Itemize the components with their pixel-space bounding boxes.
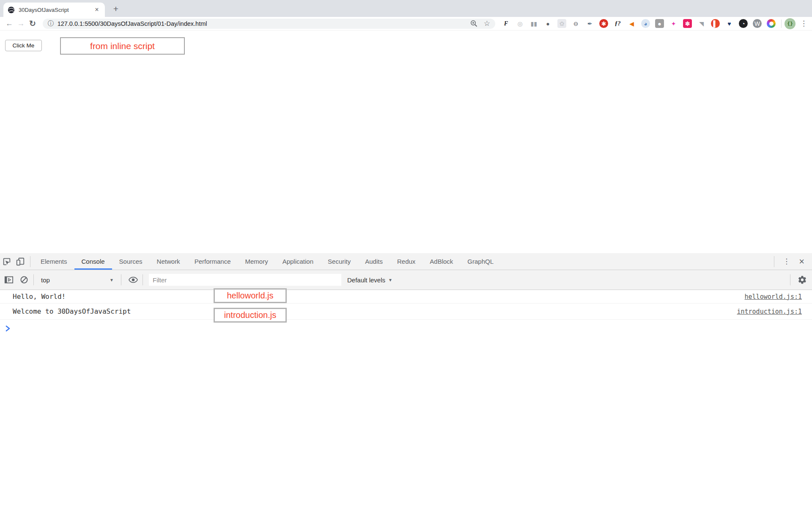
devtools-separator bbox=[774, 256, 774, 267]
inline-script-box: from inline script bbox=[60, 37, 185, 55]
new-tab-button[interactable]: + bbox=[110, 3, 122, 15]
tag-arrow-extension-icon[interactable]: ◥ bbox=[697, 19, 706, 28]
context-selector[interactable]: top ▼ bbox=[37, 276, 118, 284]
tag-arrow-extension-icon-glyph: ◥ bbox=[699, 21, 704, 27]
devtools-tab-audits[interactable]: Audits bbox=[358, 253, 390, 270]
chevron-down-icon: ▼ bbox=[110, 278, 114, 282]
click-me-button[interactable]: Click Me bbox=[5, 40, 42, 51]
devtools-close-icon[interactable]: × bbox=[796, 257, 808, 266]
dash-circle-extension-icon[interactable]: ⊖ bbox=[571, 19, 580, 28]
toolbar-separator bbox=[790, 274, 790, 285]
clock-circle-extension-icon[interactable]: ◔ bbox=[739, 19, 748, 28]
browser-menu-icon[interactable]: ⋮ bbox=[800, 19, 807, 28]
devtools-tab-graphql[interactable]: GraphQL bbox=[460, 253, 501, 270]
devtools-tab-elements[interactable]: Elements bbox=[33, 253, 74, 270]
camera-extension-icon[interactable]: ● bbox=[655, 19, 664, 28]
function-help-extension-icon-glyph: ƒ? bbox=[615, 21, 621, 27]
megaphone-extension-icon[interactable]: ◀ bbox=[627, 19, 636, 28]
column-bars-extension-icon[interactable]: ▮▮ bbox=[529, 19, 538, 28]
bookmark-circle-extension-icon[interactable]: ▌ bbox=[711, 19, 720, 28]
stop-hand-extension-icon[interactable]: ✱ bbox=[599, 19, 608, 28]
forward-icon[interactable]: → bbox=[15, 19, 27, 28]
browser-tab[interactable]: 30DaysOfJavaScript × bbox=[3, 3, 105, 17]
swirl-circle-extension-icon-glyph: ◕ bbox=[644, 21, 647, 27]
address-bar[interactable]: ⓘ 127.0.0.1:5500/30DaysOfJavaScript/01-D… bbox=[43, 19, 495, 29]
toolbar-separator bbox=[33, 274, 34, 285]
devtools-tab-console[interactable]: Console bbox=[74, 253, 112, 270]
page-content: Click Me from inline script bbox=[0, 31, 812, 253]
page-info-icon[interactable]: ⓘ bbox=[48, 20, 54, 28]
font-style-extension-icon[interactable]: F bbox=[502, 19, 510, 28]
source-link[interactable]: introduction.js:1 bbox=[737, 308, 802, 315]
color-ring-extension-icon-glyph bbox=[769, 22, 774, 26]
clock-circle-extension-icon-glyph: ◔ bbox=[741, 21, 745, 27]
devtools-tab-memory[interactable]: Memory bbox=[238, 253, 275, 270]
devtools-tab-performance[interactable]: Performance bbox=[187, 253, 238, 270]
clear-console-icon[interactable] bbox=[18, 273, 30, 286]
prompt-chevron-icon bbox=[5, 326, 10, 331]
devtools-tab-network[interactable]: Network bbox=[150, 253, 187, 270]
settings-gear-icon[interactable] bbox=[796, 273, 809, 286]
heart-search-extension-icon[interactable]: ♥ bbox=[725, 19, 734, 28]
eyedropper-extension-icon[interactable]: ✒ bbox=[585, 19, 594, 28]
eyedropper-extension-icon-glyph: ✒ bbox=[587, 21, 593, 27]
bookmark-star-icon[interactable]: ☆ bbox=[484, 20, 490, 27]
context-selected: top bbox=[41, 276, 50, 284]
devtools-tabs: ElementsConsoleSourcesNetworkPerformance… bbox=[33, 253, 501, 270]
console-sidebar-toggle-icon[interactable] bbox=[3, 273, 15, 286]
target-circle-extension-icon[interactable]: ◎ bbox=[516, 19, 524, 28]
pink-gear-extension-icon-glyph: ✽ bbox=[685, 21, 690, 27]
annotation-box: introduction.js bbox=[214, 308, 287, 323]
log-levels-dropdown[interactable]: Default levels ▼ bbox=[347, 276, 392, 284]
devtools-panel: ElementsConsoleSourcesNetworkPerformance… bbox=[0, 253, 812, 508]
dash-circle-extension-icon-glyph: ⊖ bbox=[573, 21, 579, 27]
zoom-icon[interactable] bbox=[470, 20, 477, 27]
browser-tab-strip: 30DaysOfJavaScript × + bbox=[0, 0, 812, 17]
bug-extension-icon[interactable]: ● bbox=[543, 19, 552, 28]
back-icon[interactable]: ← bbox=[3, 19, 15, 28]
console-message-text: Hello, World! bbox=[13, 293, 66, 301]
console-message-text: Welcome to 30DaysOfJavaScript bbox=[13, 307, 131, 315]
live-expression-eye-icon[interactable] bbox=[127, 273, 140, 286]
column-bars-extension-icon-glyph: ▮▮ bbox=[531, 21, 537, 27]
source-link[interactable]: helloworld.js:1 bbox=[745, 293, 802, 301]
heart-search-extension-icon-glyph: ♥ bbox=[727, 21, 731, 27]
devtools-tab-bar: ElementsConsoleSourcesNetworkPerformance… bbox=[0, 253, 812, 270]
console-prompt[interactable] bbox=[0, 320, 812, 332]
inspect-element-icon[interactable] bbox=[0, 255, 14, 268]
devtools-tab-redux[interactable]: Redux bbox=[390, 253, 422, 270]
console-messages: Hello, World! helloworld.js:1 Welcome to… bbox=[0, 290, 812, 332]
levels-selected: Default levels bbox=[347, 276, 385, 284]
devtools-tab-adblock[interactable]: AdBlock bbox=[422, 253, 460, 270]
pink-gear-extension-icon[interactable]: ✽ bbox=[683, 19, 692, 28]
profile-avatar[interactable]: {} bbox=[785, 18, 796, 29]
wave-circle-extension-icon-glyph: W bbox=[754, 21, 760, 27]
console-message-row: Hello, World! helloworld.js:1 bbox=[0, 290, 812, 304]
wave-circle-extension-icon[interactable]: W bbox=[753, 19, 762, 28]
tab-close-icon[interactable]: × bbox=[93, 6, 101, 13]
devtools-tab-application[interactable]: Application bbox=[275, 253, 321, 270]
stop-hand-extension-icon-glyph: ✱ bbox=[601, 21, 606, 27]
device-toolbar-icon[interactable] bbox=[14, 255, 27, 268]
url-text: 127.0.0.1:5500/30DaysOfJavaScript/01-Day… bbox=[58, 20, 207, 27]
inline-script-text: from inline script bbox=[90, 41, 155, 51]
tab-title: 30DaysOfJavaScript bbox=[19, 7, 93, 13]
graphql-pink-extension-icon[interactable]: ✦ bbox=[669, 19, 678, 28]
console-message-row: Welcome to 30DaysOfJavaScript introducti… bbox=[0, 304, 812, 320]
flower-grid-extension-icon-glyph: ✿ bbox=[560, 21, 565, 27]
function-help-extension-icon[interactable]: ƒ? bbox=[613, 19, 622, 28]
chevron-down-icon: ▼ bbox=[388, 278, 392, 282]
filter-input[interactable] bbox=[149, 274, 341, 286]
toolbar-separator bbox=[781, 19, 782, 28]
extensions-row: F◎▮▮●✿⊖✒✱ƒ?◀◕●✦✽◥▌♥◔W bbox=[502, 19, 776, 28]
swirl-circle-extension-icon[interactable]: ◕ bbox=[641, 19, 650, 28]
megaphone-extension-icon-glyph: ◀ bbox=[629, 21, 634, 27]
devtools-menu-icon[interactable]: ⋮ bbox=[777, 257, 796, 266]
devtools-tab-security[interactable]: Security bbox=[321, 253, 358, 270]
color-ring-extension-icon[interactable] bbox=[767, 19, 776, 28]
reload-icon[interactable]: ↻ bbox=[27, 19, 38, 28]
devtools-tab-sources[interactable]: Sources bbox=[112, 253, 150, 270]
flower-grid-extension-icon[interactable]: ✿ bbox=[557, 19, 566, 28]
globe-favicon bbox=[8, 6, 15, 14]
annotation-box: helloworld.js bbox=[214, 288, 287, 303]
